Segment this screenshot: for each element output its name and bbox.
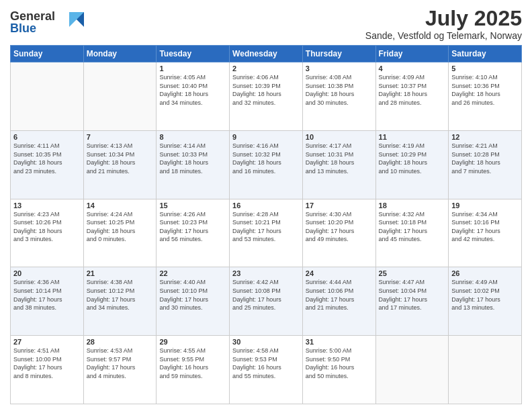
day-info: Sunrise: 4:26 AM Sunset: 10:23 PM Daylig… (159, 210, 226, 244)
main-title: July 2025 (365, 7, 522, 30)
day-number: 5 (451, 64, 519, 73)
day-info: Sunrise: 4:16 AM Sunset: 10:32 PM Daylig… (232, 142, 300, 175)
table-row (83, 62, 157, 131)
day-info: Sunrise: 4:34 AM Sunset: 10:16 PM Daylig… (451, 210, 519, 244)
table-row: 3Sunrise: 4:08 AM Sunset: 10:38 PM Dayli… (302, 62, 375, 131)
table-row: 17Sunrise: 4:30 AM Sunset: 10:20 PM Dayl… (302, 199, 375, 267)
day-info: Sunrise: 4:30 AM Sunset: 10:20 PM Daylig… (306, 210, 373, 244)
day-info: Sunrise: 4:09 AM Sunset: 10:37 PM Daylig… (379, 73, 446, 107)
day-info: Sunrise: 4:11 AM Sunset: 10:35 PM Daylig… (13, 142, 81, 175)
calendar-week-row: 1Sunrise: 4:05 AM Sunset: 10:40 PM Dayli… (11, 62, 522, 131)
table-row: 18Sunrise: 4:32 AM Sunset: 10:18 PM Dayl… (375, 199, 449, 267)
table-row: 6Sunrise: 4:11 AM Sunset: 10:35 PM Dayli… (11, 130, 84, 199)
day-number: 25 (379, 269, 446, 277)
table-row: 15Sunrise: 4:26 AM Sunset: 10:23 PM Dayl… (157, 199, 230, 267)
day-number: 13 (13, 201, 81, 210)
table-row: 30Sunrise: 4:58 AM Sunset: 9:53 PM Dayli… (230, 336, 303, 404)
day-number: 21 (87, 269, 154, 277)
day-number: 4 (379, 64, 446, 73)
table-row: 21Sunrise: 4:38 AM Sunset: 10:12 PM Dayl… (83, 267, 157, 336)
table-row (449, 336, 522, 404)
table-row: 1Sunrise: 4:05 AM Sunset: 10:40 PM Dayli… (157, 62, 230, 131)
day-info: Sunrise: 4:51 AM Sunset: 10:00 PM Daylig… (13, 347, 81, 380)
day-number: 6 (13, 133, 81, 141)
table-row: 14Sunrise: 4:24 AM Sunset: 10:25 PM Dayl… (83, 199, 157, 267)
day-info: Sunrise: 4:53 AM Sunset: 9:57 PM Dayligh… (87, 347, 154, 380)
calendar-header-row: Sunday Monday Tuesday Wednesday Thursday… (11, 46, 522, 62)
col-sunday: Sunday (11, 46, 84, 62)
day-number: 22 (159, 269, 226, 277)
table-row: 12Sunrise: 4:21 AM Sunset: 10:28 PM Dayl… (449, 130, 522, 199)
day-number: 31 (306, 338, 373, 346)
day-info: Sunrise: 4:32 AM Sunset: 10:18 PM Daylig… (379, 210, 446, 244)
logo: General Blue (10, 7, 84, 39)
svg-text:Blue: Blue (10, 21, 36, 35)
calendar-week-row: 13Sunrise: 4:23 AM Sunset: 10:26 PM Dayl… (11, 199, 522, 267)
table-row (375, 336, 449, 404)
day-info: Sunrise: 4:55 AM Sunset: 9:55 PM Dayligh… (159, 347, 226, 380)
day-number: 29 (159, 338, 226, 346)
day-number: 1 (159, 64, 226, 73)
day-info: Sunrise: 4:17 AM Sunset: 10:31 PM Daylig… (306, 142, 373, 175)
day-info: Sunrise: 4:08 AM Sunset: 10:38 PM Daylig… (306, 73, 373, 107)
day-number: 18 (379, 201, 446, 210)
table-row: 19Sunrise: 4:34 AM Sunset: 10:16 PM Dayl… (449, 199, 522, 267)
table-row: 22Sunrise: 4:40 AM Sunset: 10:10 PM Dayl… (157, 267, 230, 336)
table-row: 20Sunrise: 4:36 AM Sunset: 10:14 PM Dayl… (11, 267, 84, 336)
table-row: 11Sunrise: 4:19 AM Sunset: 10:29 PM Dayl… (375, 130, 449, 199)
calendar-week-row: 20Sunrise: 4:36 AM Sunset: 10:14 PM Dayl… (11, 267, 522, 336)
day-info: Sunrise: 4:47 AM Sunset: 10:04 PM Daylig… (379, 278, 446, 312)
day-number: 14 (87, 201, 154, 210)
table-row: 8Sunrise: 4:14 AM Sunset: 10:33 PM Dayli… (157, 130, 230, 199)
col-wednesday: Wednesday (230, 46, 303, 62)
table-row: 27Sunrise: 4:51 AM Sunset: 10:00 PM Dayl… (11, 336, 84, 404)
page: General Blue July 2025 Sande, Vestfold o… (0, 0, 532, 411)
col-tuesday: Tuesday (157, 46, 230, 62)
day-info: Sunrise: 4:24 AM Sunset: 10:25 PM Daylig… (87, 210, 154, 244)
day-number: 3 (306, 64, 373, 73)
table-row: 7Sunrise: 4:13 AM Sunset: 10:34 PM Dayli… (83, 130, 157, 199)
table-row: 23Sunrise: 4:42 AM Sunset: 10:08 PM Dayl… (230, 267, 303, 336)
day-info: Sunrise: 4:23 AM Sunset: 10:26 PM Daylig… (13, 210, 81, 244)
col-saturday: Saturday (449, 46, 522, 62)
table-row: 29Sunrise: 4:55 AM Sunset: 9:55 PM Dayli… (157, 336, 230, 404)
day-info: Sunrise: 4:06 AM Sunset: 10:39 PM Daylig… (232, 73, 300, 107)
day-info: Sunrise: 4:10 AM Sunset: 10:36 PM Daylig… (451, 73, 519, 107)
logo-text: General Blue (10, 7, 84, 39)
col-thursday: Thursday (302, 46, 375, 62)
table-row: 9Sunrise: 4:16 AM Sunset: 10:32 PM Dayli… (230, 130, 303, 199)
day-number: 16 (232, 201, 300, 210)
day-info: Sunrise: 4:40 AM Sunset: 10:10 PM Daylig… (159, 278, 226, 312)
header: General Blue July 2025 Sande, Vestfold o… (10, 7, 522, 41)
table-row: 4Sunrise: 4:09 AM Sunset: 10:37 PM Dayli… (375, 62, 449, 131)
col-friday: Friday (375, 46, 449, 62)
table-row: 2Sunrise: 4:06 AM Sunset: 10:39 PM Dayli… (230, 62, 303, 131)
day-number: 23 (232, 269, 300, 277)
day-number: 24 (306, 269, 373, 277)
day-info: Sunrise: 4:49 AM Sunset: 10:02 PM Daylig… (451, 278, 519, 312)
day-info: Sunrise: 4:44 AM Sunset: 10:06 PM Daylig… (306, 278, 373, 312)
day-number: 9 (232, 133, 300, 141)
day-number: 28 (87, 338, 154, 346)
day-number: 7 (87, 133, 154, 141)
table-row: 10Sunrise: 4:17 AM Sunset: 10:31 PM Dayl… (302, 130, 375, 199)
day-info: Sunrise: 4:42 AM Sunset: 10:08 PM Daylig… (232, 278, 300, 312)
table-row: 31Sunrise: 5:00 AM Sunset: 9:50 PM Dayli… (302, 336, 375, 404)
col-monday: Monday (83, 46, 157, 62)
subtitle: Sande, Vestfold og Telemark, Norway (365, 30, 522, 41)
day-info: Sunrise: 4:14 AM Sunset: 10:33 PM Daylig… (159, 142, 226, 175)
calendar-week-row: 27Sunrise: 4:51 AM Sunset: 10:00 PM Dayl… (11, 336, 522, 404)
table-row: 13Sunrise: 4:23 AM Sunset: 10:26 PM Dayl… (11, 199, 84, 267)
day-number: 27 (13, 338, 81, 346)
day-number: 30 (232, 338, 300, 346)
day-number: 17 (306, 201, 373, 210)
title-block: July 2025 Sande, Vestfold og Telemark, N… (365, 7, 522, 41)
day-number: 26 (451, 269, 519, 277)
day-info: Sunrise: 4:05 AM Sunset: 10:40 PM Daylig… (159, 73, 226, 107)
day-number: 20 (13, 269, 81, 277)
table-row: 5Sunrise: 4:10 AM Sunset: 10:36 PM Dayli… (449, 62, 522, 131)
day-info: Sunrise: 4:13 AM Sunset: 10:34 PM Daylig… (87, 142, 154, 175)
calendar-table: Sunday Monday Tuesday Wednesday Thursday… (10, 45, 522, 404)
day-number: 2 (232, 64, 300, 73)
day-info: Sunrise: 5:00 AM Sunset: 9:50 PM Dayligh… (306, 347, 373, 380)
